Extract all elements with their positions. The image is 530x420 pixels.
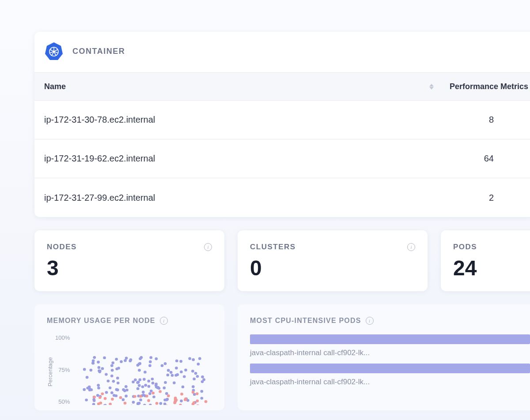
- svg-point-110: [107, 379, 110, 382]
- svg-point-103: [175, 367, 178, 369]
- svg-point-59: [155, 382, 158, 385]
- svg-point-185: [197, 404, 200, 405]
- y-axis-ticks: 100% 75% 50%: [55, 334, 74, 405]
- svg-point-149: [123, 390, 126, 392]
- cpu-chart-title: MOST CPU-INTENSIVE PODS: [250, 317, 361, 325]
- svg-point-11: [96, 394, 99, 397]
- svg-point-23: [201, 397, 204, 399]
- svg-point-169: [152, 395, 155, 398]
- svg-point-123: [132, 381, 135, 383]
- kubernetes-icon: [44, 41, 64, 61]
- svg-point-73: [110, 391, 114, 394]
- cell-metrics: 64: [431, 154, 528, 164]
- svg-point-187: [155, 402, 159, 405]
- svg-point-168: [112, 380, 115, 382]
- svg-point-90: [148, 385, 151, 388]
- svg-point-47: [189, 357, 192, 360]
- tick-50: 50%: [55, 398, 70, 405]
- svg-point-95: [192, 385, 195, 388]
- svg-point-157: [175, 360, 178, 362]
- svg-point-223: [174, 401, 177, 404]
- svg-point-85: [92, 403, 95, 405]
- svg-point-132: [148, 392, 151, 395]
- svg-point-158: [138, 363, 141, 365]
- pod-label: java-claspath-internal call-cf902-lk...: [250, 349, 530, 357]
- svg-point-65: [110, 364, 114, 367]
- table-row[interactable]: ip-172-31-27-99.ec2.internal 2: [34, 178, 530, 217]
- svg-point-91: [97, 361, 100, 364]
- svg-point-92: [164, 381, 167, 384]
- svg-point-161: [113, 394, 116, 397]
- svg-point-114: [105, 373, 108, 375]
- svg-point-129: [130, 405, 133, 405]
- svg-point-166: [139, 398, 142, 401]
- svg-point-64: [164, 362, 167, 365]
- column-name[interactable]: Name: [44, 82, 429, 91]
- svg-point-74: [180, 400, 183, 402]
- svg-point-21: [198, 357, 201, 360]
- svg-point-96: [144, 371, 147, 373]
- svg-point-39: [167, 374, 170, 376]
- svg-point-68: [148, 364, 151, 367]
- svg-point-48: [197, 363, 200, 365]
- info-icon[interactable]: i: [204, 243, 212, 251]
- svg-point-84: [91, 362, 95, 364]
- info-icon[interactable]: i: [160, 317, 168, 325]
- svg-point-134: [173, 382, 176, 384]
- svg-point-107: [140, 356, 143, 359]
- svg-point-167: [142, 391, 145, 394]
- table-header: Name Performance Metrics: [34, 72, 530, 101]
- info-icon[interactable]: i: [407, 243, 415, 251]
- svg-point-209: [104, 397, 107, 400]
- panel-header: CONTAINER: [34, 32, 530, 72]
- svg-point-176: [98, 396, 102, 399]
- svg-point-46: [116, 368, 119, 370]
- memory-usage-panel: MEMORY USAGE PER NODE i Percentage 100% …: [34, 304, 224, 410]
- cell-metrics: 2: [431, 193, 528, 203]
- clusters-label: CLUSTERS: [250, 243, 296, 251]
- svg-point-43: [138, 384, 141, 387]
- pod-bar: [250, 364, 530, 373]
- svg-point-144: [196, 375, 199, 378]
- svg-point-164: [183, 375, 186, 378]
- svg-point-10: [143, 378, 146, 381]
- panel-title: CONTAINER: [72, 47, 125, 56]
- svg-point-184: [133, 395, 136, 398]
- svg-point-155: [93, 399, 96, 402]
- svg-point-105: [191, 370, 194, 372]
- svg-point-207: [109, 403, 112, 405]
- svg-point-82: [171, 374, 174, 377]
- svg-point-60: [98, 366, 101, 369]
- svg-point-200: [152, 392, 155, 394]
- svg-point-88: [136, 387, 140, 390]
- column-name-label: Name: [44, 82, 66, 91]
- svg-point-143: [122, 398, 125, 401]
- svg-point-172: [101, 392, 104, 395]
- svg-point-71: [117, 382, 120, 384]
- svg-point-145: [180, 371, 183, 373]
- table-row[interactable]: ip-172-31-19-62.ec2.internal 64: [34, 139, 530, 178]
- svg-point-93: [194, 372, 197, 375]
- svg-point-151: [97, 386, 100, 389]
- cell-name: ip-172-31-19-62.ec2.internal: [44, 154, 431, 164]
- column-performance-metrics[interactable]: Performance Metrics: [450, 82, 528, 91]
- svg-point-126: [139, 379, 142, 381]
- y-axis-label: Percentage: [47, 334, 53, 409]
- svg-point-165: [149, 404, 152, 405]
- svg-point-63: [170, 371, 173, 374]
- pods-label: PODS: [453, 243, 477, 251]
- table-row[interactable]: ip-172-31-30-78.ec2.internal 8: [34, 101, 530, 139]
- svg-point-163: [125, 357, 128, 360]
- info-icon[interactable]: i: [366, 317, 374, 325]
- svg-point-138: [182, 386, 185, 388]
- svg-point-224: [174, 397, 177, 399]
- memory-chart-title: MEMORY USAGE PER NODE: [47, 317, 155, 325]
- svg-point-112: [201, 380, 204, 383]
- pods-value: 24: [453, 258, 530, 279]
- sort-icon[interactable]: [429, 84, 434, 90]
- svg-point-162: [88, 389, 91, 391]
- svg-point-208: [145, 395, 148, 398]
- svg-point-152: [184, 369, 187, 371]
- nodes-label: NODES: [47, 243, 77, 251]
- svg-point-115: [111, 369, 114, 371]
